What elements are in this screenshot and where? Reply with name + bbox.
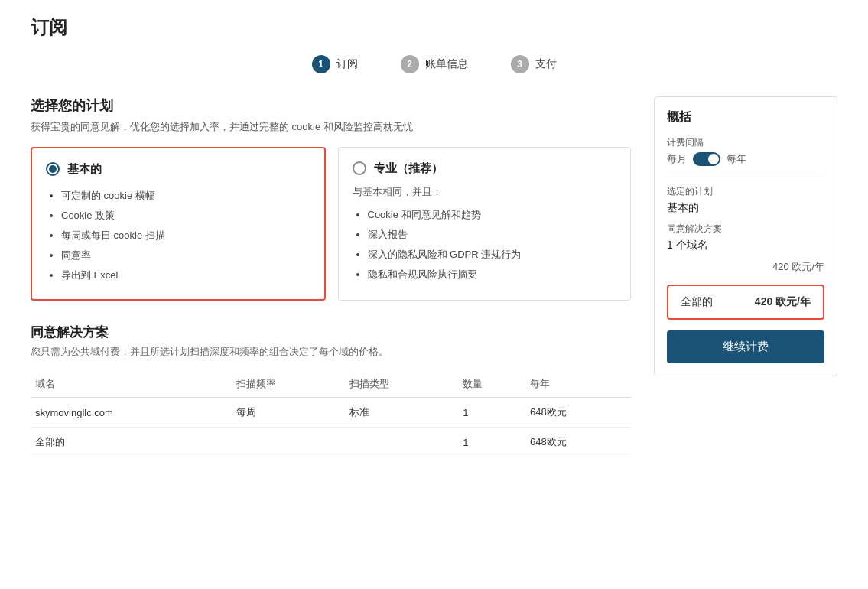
plan-card-basic-header: 基本的 [46, 162, 310, 177]
step-divider-2 [483, 57, 496, 73]
col-qty: 数量 [458, 371, 525, 398]
col-frequency: 扫描频率 [232, 371, 345, 398]
step-2-label: 账单信息 [425, 57, 468, 71]
plan-section-title: 选择您的计划 [31, 96, 631, 115]
total-box: 全部的 420 欧元/年 [667, 285, 824, 320]
summary-price-per-year: 420 欧元/年 [772, 260, 824, 274]
table-total-row: 全部的 1 648欧元 [31, 428, 631, 457]
plan-basic-name: 基本的 [67, 162, 102, 177]
col-domain: 域名 [31, 371, 232, 398]
radio-basic-inner [49, 165, 57, 173]
cell-frequency: 每周 [232, 398, 345, 428]
billing-toggle[interactable] [693, 152, 720, 166]
radio-basic[interactable] [46, 162, 60, 176]
step-3-circle: 3 [511, 55, 529, 73]
total-qty: 1 [458, 428, 525, 457]
radio-pro[interactable] [353, 161, 366, 175]
plan-pro-feature-2: 深入报告 [368, 225, 617, 245]
step-divider-1 [373, 57, 385, 73]
total-box-label: 全部的 [681, 295, 713, 309]
cell-type: 标准 [345, 398, 458, 428]
plan-basic-feature-3: 每周或每日 cookie 扫描 [61, 226, 310, 246]
step-1-label: 订阅 [336, 57, 358, 71]
total-type [345, 428, 458, 457]
total-price: 648欧元 [525, 428, 631, 457]
plan-card-pro[interactable]: 专业（推荐） 与基本相同，并且： Cookie 和同意见解和趋势 深入报告 深入… [338, 147, 632, 301]
cell-price: 648欧元 [525, 398, 631, 428]
plan-card-pro-header: 专业（推荐） [353, 161, 617, 176]
consent-table: 域名 扫描频率 扫描类型 数量 每年 skymovingllc.com 每周 标… [31, 371, 631, 457]
right-panel: 概括 计费间隔 每月 每年 选定的计划 基本的 同意解决方案 1 个域名 [654, 96, 837, 376]
plan-basic-features: 可定制的 cookie 横幅 Cookie 政策 每周或每日 cookie 扫描… [46, 186, 310, 285]
plan-section: 选择您的计划 获得宝贵的同意见解，优化您的选择加入率，并通过完整的 cookie… [31, 96, 631, 301]
table-row: skymovingllc.com 每周 标准 1 648欧元 [31, 398, 631, 428]
consent-section-title: 同意解决方案 [31, 324, 631, 341]
plan-basic-feature-2: Cookie 政策 [61, 206, 310, 226]
total-freq [232, 428, 345, 457]
plan-pro-name: 专业（推荐） [374, 161, 443, 176]
plan-card-basic[interactable]: 基本的 可定制的 cookie 横幅 Cookie 政策 每周或每日 cooki… [31, 147, 326, 301]
summary-box: 概括 计费间隔 每月 每年 选定的计划 基本的 同意解决方案 1 个域名 [654, 96, 837, 376]
main-layout: 选择您的计划 获得宝贵的同意见解，优化您的选择加入率，并通过完整的 cookie… [31, 96, 837, 457]
selected-plan-label: 选定的计划 [667, 185, 824, 198]
plan-basic-feature-5: 导出到 Excel [61, 265, 310, 285]
plan-cards: 基本的 可定制的 cookie 横幅 Cookie 政策 每周或每日 cooki… [31, 147, 631, 301]
summary-title: 概括 [667, 109, 824, 125]
step-2: 2 账单信息 [401, 55, 468, 73]
total-label: 全部的 [31, 428, 232, 457]
step-3-label: 支付 [535, 57, 557, 71]
billing-interval-label: 计费间隔 [667, 136, 824, 149]
plan-pro-subtitle: 与基本相同，并且： [353, 185, 617, 199]
continue-button[interactable]: 继续计费 [667, 330, 824, 363]
summary-price-row: 420 欧元/年 [667, 260, 824, 274]
cell-qty: 1 [458, 398, 525, 428]
cell-domain: skymovingllc.com [31, 398, 232, 428]
col-type: 扫描类型 [345, 371, 458, 398]
plan-pro-feature-3: 深入的隐私风险和 GDPR 违规行为 [368, 245, 617, 265]
summary-divider-1 [667, 177, 824, 177]
selected-plan-value: 基本的 [667, 201, 824, 215]
step-3: 3 支付 [511, 55, 557, 73]
plan-pro-features: Cookie 和同意见解和趋势 深入报告 深入的隐私风险和 GDPR 违规行为 … [353, 205, 617, 285]
billing-monthly-label: 每月 [667, 152, 687, 166]
col-price: 每年 [525, 371, 631, 398]
consent-label: 同意解决方案 [667, 223, 824, 236]
consent-value: 1 个域名 [667, 239, 824, 252]
plan-pro-feature-4: 隐私和合规风险执行摘要 [368, 265, 617, 285]
toggle-knob [708, 154, 719, 164]
step-2-circle: 2 [401, 55, 419, 73]
page-title: 订阅 [31, 15, 837, 40]
consent-section: 同意解决方案 您只需为公共域付费，并且所选计划扫描深度和频率的组合决定了每个域的… [31, 324, 631, 458]
plan-basic-feature-4: 同意率 [61, 246, 310, 265]
plan-basic-feature-1: 可定制的 cookie 横幅 [61, 186, 310, 206]
step-1: 1 订阅 [312, 55, 358, 73]
consent-section-desc: 您只需为公共域付费，并且所选计划扫描深度和频率的组合决定了每个域的价格。 [31, 344, 631, 360]
billing-yearly-label: 每年 [727, 152, 746, 166]
toggle-row: 每月 每年 [667, 152, 824, 166]
stepper: 1 订阅 2 账单信息 3 支付 [31, 55, 837, 73]
plan-pro-feature-1: Cookie 和同意见解和趋势 [368, 205, 617, 225]
left-panel: 选择您的计划 获得宝贵的同意见解，优化您的选择加入率，并通过完整的 cookie… [31, 96, 631, 457]
step-1-circle: 1 [312, 55, 330, 73]
total-box-price: 420 欧元/年 [755, 295, 811, 309]
plan-section-desc: 获得宝贵的同意见解，优化您的选择加入率，并通过完整的 cookie 和风险监控高… [31, 119, 631, 135]
